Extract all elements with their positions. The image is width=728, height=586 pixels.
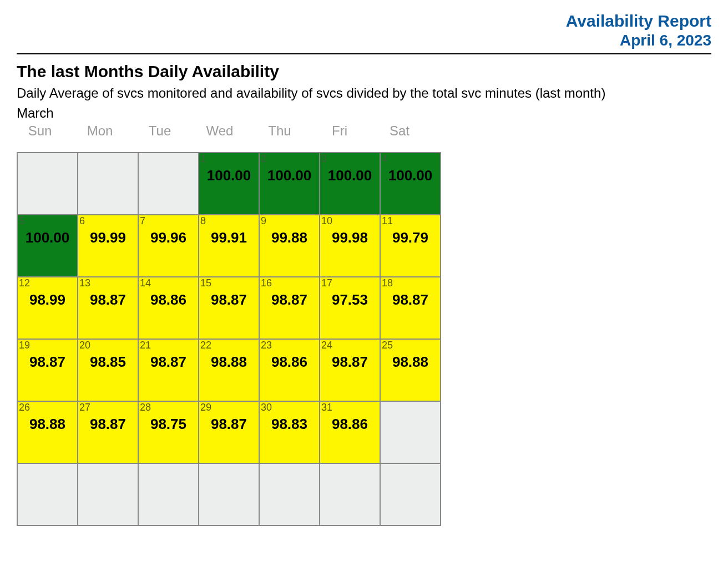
day-number: 15 <box>199 277 259 288</box>
dow-wed: Wed <box>203 123 236 139</box>
day-number: 11 <box>381 215 440 226</box>
availability-value: 98.88 <box>381 353 440 371</box>
dow-mon: Mon <box>83 123 117 139</box>
day-number: 19 <box>18 340 77 350</box>
calendar-cell: 3198.86 <box>320 401 380 463</box>
calendar-row: 1298.991398.871498.861598.871698.871797.… <box>17 277 441 339</box>
availability-value: 98.87 <box>18 353 77 371</box>
calendar-cell <box>78 153 138 215</box>
calendar-row: 1100.002100.003100.004100.00 <box>17 153 441 215</box>
calendar-cell: 2198.87 <box>138 339 199 401</box>
day-number: 7 <box>139 215 198 226</box>
report-title: Availability Report <box>17 11 711 31</box>
dow-sun: Sun <box>23 123 57 139</box>
dow-fri: Fri <box>323 123 356 139</box>
calendar-cell: 2898.75 <box>138 401 199 463</box>
calendar-cell: 2098.85 <box>78 339 138 401</box>
day-number: 13 <box>78 277 138 288</box>
calendar-cell <box>199 463 259 526</box>
availability-value: 98.86 <box>139 291 198 309</box>
calendar-cell: 699.99 <box>78 215 138 277</box>
calendar-cell: 1698.87 <box>259 277 320 339</box>
availability-value: 98.87 <box>381 291 440 309</box>
calendar-cell: 2498.87 <box>320 339 380 401</box>
calendar-cell: 1898.87 <box>380 277 441 339</box>
calendar-cell: 2698.88 <box>17 401 78 463</box>
calendar-cell: 799.96 <box>138 215 199 277</box>
availability-value: 100.00 <box>381 167 440 184</box>
day-number: 9 <box>260 215 319 226</box>
day-number: 23 <box>260 340 319 350</box>
calendar-cell: 1998.87 <box>17 339 78 401</box>
availability-value: 98.87 <box>199 291 259 309</box>
day-number: 1 <box>199 153 259 164</box>
availability-value: 97.53 <box>320 291 380 309</box>
calendar-row <box>17 463 441 526</box>
dow-sat: Sat <box>383 123 416 139</box>
calendar-row: 1998.872098.852198.872298.882398.862498.… <box>17 339 441 401</box>
day-number: 17 <box>320 277 380 288</box>
day-number: 28 <box>139 402 198 412</box>
calendar-cell <box>138 463 199 526</box>
availability-value: 98.85 <box>78 353 138 371</box>
calendar-cell: 2298.88 <box>199 339 259 401</box>
calendar-cell <box>320 463 380 526</box>
day-number: 24 <box>320 340 380 350</box>
calendar-cell: 4100.00 <box>380 153 441 215</box>
availability-value: 99.99 <box>78 229 138 246</box>
day-number: 20 <box>78 340 138 350</box>
day-number: 16 <box>260 277 319 288</box>
availability-value: 100.00 <box>18 229 77 246</box>
day-number: 2 <box>260 153 319 164</box>
calendar-cell: 999.88 <box>259 215 320 277</box>
calendar-cell: 1797.53 <box>320 277 380 339</box>
calendar-cell: 1598.87 <box>199 277 259 339</box>
availability-calendar: 1100.002100.003100.004100.005100.00699.9… <box>17 152 441 526</box>
report-date: April 6, 2023 <box>17 31 711 50</box>
day-number: 25 <box>381 340 440 350</box>
availability-value: 98.87 <box>78 416 138 433</box>
availability-value: 100.00 <box>320 167 380 184</box>
day-number: 3 <box>320 153 380 164</box>
calendar-cell: 2998.87 <box>199 401 259 463</box>
calendar-row: 2698.882798.872898.752998.873098.833198.… <box>17 401 441 463</box>
availability-value: 98.87 <box>139 353 198 371</box>
calendar-cell: 899.91 <box>199 215 259 277</box>
day-number: 18 <box>381 277 440 288</box>
day-number: 10 <box>320 215 380 226</box>
calendar-cell: 1099.98 <box>320 215 380 277</box>
calendar-cell <box>78 463 138 526</box>
month-name: March <box>17 105 711 121</box>
day-number: 5 <box>18 215 77 226</box>
calendar-cell: 2798.87 <box>78 401 138 463</box>
availability-value: 99.91 <box>199 229 259 246</box>
availability-value: 98.86 <box>260 353 319 371</box>
availability-value: 99.98 <box>320 229 380 246</box>
availability-value: 100.00 <box>260 167 319 184</box>
calendar-cell: 1398.87 <box>78 277 138 339</box>
availability-value: 98.86 <box>320 416 380 433</box>
dow-tue: Tue <box>143 123 176 139</box>
day-of-week-row: Sun Mon Tue Wed Thu Fri Sat <box>17 123 711 139</box>
availability-value: 98.87 <box>78 291 138 309</box>
availability-value: 98.88 <box>18 416 77 433</box>
calendar-cell: 3098.83 <box>259 401 320 463</box>
calendar-cell: 1298.99 <box>17 277 78 339</box>
availability-value: 100.00 <box>199 167 259 184</box>
day-number: 4 <box>381 153 440 164</box>
calendar-cell: 5100.00 <box>17 215 78 277</box>
calendar-cell <box>17 153 78 215</box>
availability-value: 99.79 <box>381 229 440 246</box>
section-title: The last Months Daily Availability <box>17 62 711 81</box>
day-number: 30 <box>260 402 319 412</box>
calendar-cell: 1100.00 <box>199 153 259 215</box>
day-number: 26 <box>18 402 77 412</box>
availability-value: 98.87 <box>320 353 380 371</box>
availability-value: 98.75 <box>139 416 198 433</box>
day-number: 21 <box>139 340 198 350</box>
calendar-cell: 1199.79 <box>380 215 441 277</box>
availability-value: 99.96 <box>139 229 198 246</box>
day-number: 14 <box>139 277 198 288</box>
day-number: 6 <box>78 215 138 226</box>
calendar-cell <box>259 463 320 526</box>
